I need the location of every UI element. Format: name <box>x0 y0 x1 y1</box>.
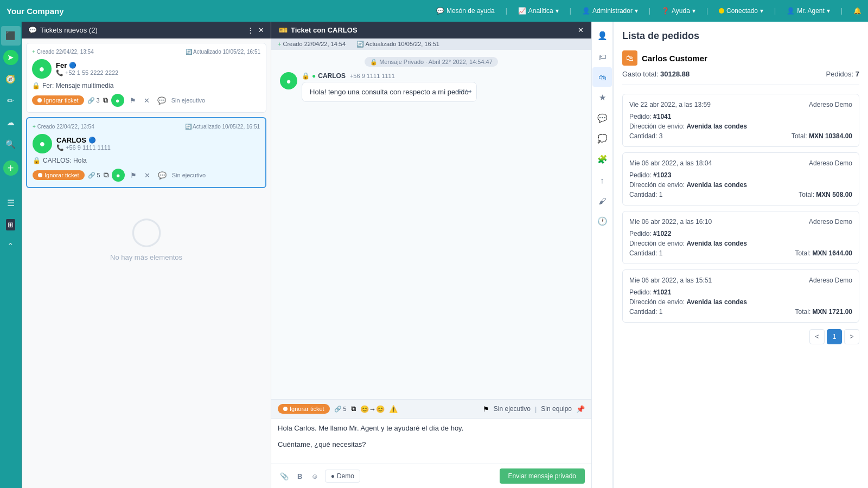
orders-panel: Lista de pedidos 🛍 Carlos Customer Gasto… <box>613 22 868 488</box>
helpdesk-icon: 💬 <box>436 7 444 15</box>
next-page-button[interactable]: > <box>844 329 859 344</box>
chat-badge: 🔗 5 <box>334 406 347 413</box>
chat-toolbar: Ignorar ticket 🔗 5 ⧉ 😊→😊 ⚠️ ⚑ Sin ejecut… <box>271 399 591 418</box>
message-header: 🔒 Mensaje Privado · Abril 22° 2022, 14:5… <box>280 59 583 66</box>
navbar-help[interactable]: ❓ Ayuda ▾ <box>661 7 695 15</box>
order-card-3: Mie 06 abr 2022, a las 15:51 Adereso Dem… <box>622 269 859 323</box>
sender-phone: +56 9 1111 1111 <box>350 73 395 79</box>
customer-info: 🛍 Carlos Customer <box>622 50 859 66</box>
emoji-arrow-icon[interactable]: 😊→😊 <box>360 405 385 413</box>
ignore-ticket-fer[interactable]: Sin ejecutivo Ignorar ticket <box>32 95 84 105</box>
verified-sender-icon: ● <box>312 72 316 80</box>
navbar-admin[interactable]: 👤 Administrador ▾ <box>582 7 638 15</box>
sidebar-item-add[interactable]: + <box>1 158 21 178</box>
ticket-action-msg-carlos[interactable]: 💬 <box>156 170 169 181</box>
chat-header: 🎫 Ticket con CARLOS ✕ <box>271 22 591 38</box>
whatsapp-small-carlos[interactable]: ● <box>112 169 125 182</box>
ignore-ticket-chat[interactable]: Ignorar ticket <box>278 404 330 414</box>
sidebar-item-cloud[interactable]: ☁ <box>1 113 21 132</box>
ticket-preview-carlos: CARLOS: Hola <box>43 157 87 164</box>
arrow-icon: ➤ <box>3 50 18 65</box>
ticket-action-x-carlos[interactable]: ✕ <box>142 170 152 181</box>
order-qty-0: 3 <box>659 132 663 140</box>
add-icon: + <box>3 160 18 176</box>
chat-bottom-bar: 📎 B ☺ ● Demo Enviar mensaje privado <box>271 464 591 488</box>
right-icon-chat[interactable]: 💬 <box>592 108 612 128</box>
navbar-help-desk[interactable]: 💬 Mesón de ayuda <box>436 7 495 15</box>
sender-name: CARLOS <box>318 72 346 80</box>
grid-icon: ⊞ <box>6 219 15 230</box>
sidebar-item-nav[interactable]: 🧭 <box>1 69 21 89</box>
tickets-menu-icon[interactable]: ⋮ <box>247 26 254 34</box>
sidebar-item-collapse[interactable]: ⌃ <box>1 236 21 256</box>
navbar-notifications[interactable]: 🔔 <box>853 7 861 15</box>
sidebar-item-home[interactable]: ⬛ <box>1 26 21 46</box>
order-date-2: Mie 06 abr 2022, a las 16:10 <box>629 218 712 226</box>
sender-lock-icon: 🔒 <box>302 72 310 80</box>
bold-button[interactable]: B <box>295 471 304 481</box>
sidebar-item-arrow[interactable]: ➤ <box>1 48 21 67</box>
forward-button[interactable]: ↪ <box>465 87 472 95</box>
order-card-1: Mie 06 abr 2022, a las 18:04 Adereso Dem… <box>622 152 859 206</box>
verified-icon-fer: 🔵 <box>69 62 76 69</box>
tickets-title: Tickets nuevos (2) <box>40 26 98 34</box>
order-num-1: #1023 <box>653 171 671 179</box>
chat-close-icon[interactable]: ✕ <box>578 26 584 34</box>
current-page-button[interactable]: 1 <box>827 329 842 344</box>
order-addr-3: Avenida las condes <box>686 298 747 306</box>
sidebar-item-search[interactable]: 🔍 <box>1 134 21 154</box>
verified-icon-carlos: 🔵 <box>88 137 96 144</box>
empty-icon: ◯ <box>131 214 162 247</box>
team-label-chat: Sin equipo <box>541 405 572 413</box>
collapse-icon: ⌃ <box>7 241 14 251</box>
chat-input[interactable]: Hola Carlos. Me llamo Mr. Agent y te ayu… <box>278 424 585 457</box>
order-num-3: #1021 <box>653 288 671 296</box>
right-icon-star[interactable]: ★ <box>592 88 612 107</box>
sidebar-item-compose[interactable]: ✏ <box>1 91 21 111</box>
link-icon-chat: 🔗 <box>334 406 342 413</box>
tag-icon: ⚑ <box>483 405 489 413</box>
order-qty-3: 1 <box>659 308 663 316</box>
chat-updated: Actualizado 10/05/22, 16:51 <box>366 41 439 47</box>
main-layout: ⬛ ➤ 🧭 ✏ ☁ 🔍 + ☰ ⊞ ⌃ <box>0 22 868 488</box>
right-icon-contact[interactable]: 👤 <box>592 26 612 46</box>
right-icon-brush[interactable]: 🖌 <box>592 191 612 210</box>
ticket-action-x-fer[interactable]: ✕ <box>142 95 152 106</box>
demo-tag[interactable]: ● Demo <box>325 470 360 483</box>
ignore-ticket-carlos[interactable]: Ignorar ticket <box>33 170 85 180</box>
ticket-updated-carlos: 🔄 Actualizado 10/05/22, 16:51 <box>185 124 260 130</box>
tickets-header: 💬 Tickets nuevos (2) ⋮ ✕ <box>22 22 271 38</box>
right-icon-puzzle[interactable]: 🧩 <box>592 150 612 169</box>
lock-icon-fer: 🔒 <box>32 82 40 89</box>
ticket-action-flag-carlos[interactable]: ⚑ <box>128 170 139 181</box>
send-button[interactable]: Enviar mensaje privado <box>500 468 585 484</box>
ticket-card-carlos[interactable]: + Creado 22/04/22, 13:54 🔄 Actualizado 1… <box>26 117 266 188</box>
order-date-3: Mie 06 abr 2022, a las 15:51 <box>629 277 712 284</box>
ticket-created-carlos: + Creado 22/04/22, 13:54 <box>33 124 94 130</box>
navbar-analytics[interactable]: 📈 Analítica ▾ <box>518 7 559 15</box>
ticket-action-msg-fer[interactable]: 💬 <box>155 95 168 106</box>
contact-phone-carlos: +56 9 1111 1111 <box>66 144 111 151</box>
chat-input-area: Hola Carlos. Me llamo Mr. Agent y te ayu… <box>271 418 591 464</box>
no-more-section: ◯ No hay más elementos <box>26 192 266 283</box>
sidebar-item-grid[interactable]: ⊞ <box>1 215 21 234</box>
bell-icon: 🔔 <box>853 7 861 15</box>
right-icon-upload[interactable]: ↑ <box>592 170 612 190</box>
navbar-connected[interactable]: Conectado ▾ <box>719 7 763 15</box>
right-icon-tag[interactable]: 🏷 <box>592 47 612 66</box>
right-icon-clock[interactable]: 🕐 <box>592 211 612 231</box>
ticket-action-flag-fer[interactable]: ⚑ <box>127 95 138 106</box>
order-date-1: Mie 06 abr 2022, a las 18:04 <box>629 159 712 167</box>
sidebar-item-list[interactable]: ☰ <box>1 193 21 213</box>
ticket-card-fer[interactable]: + Creado 22/04/22, 13:54 🔄 Actualizado 1… <box>26 43 266 113</box>
right-icon-chat2[interactable]: 💭 <box>592 129 612 149</box>
right-icon-bag[interactable]: 🛍 <box>592 67 612 87</box>
reply-button[interactable]: ↩ <box>457 87 463 95</box>
navbar-agent[interactable]: 👤 Mr. Agent ▾ <box>787 7 830 15</box>
prev-page-button[interactable]: < <box>809 329 825 344</box>
attach-button[interactable]: 📎 <box>278 471 291 481</box>
emoji-button[interactable]: ☺ <box>309 471 320 481</box>
badge-fer: 🔗 3 <box>87 97 100 104</box>
whatsapp-small-fer[interactable]: ● <box>111 94 124 107</box>
tickets-close-icon[interactable]: ✕ <box>258 26 264 34</box>
